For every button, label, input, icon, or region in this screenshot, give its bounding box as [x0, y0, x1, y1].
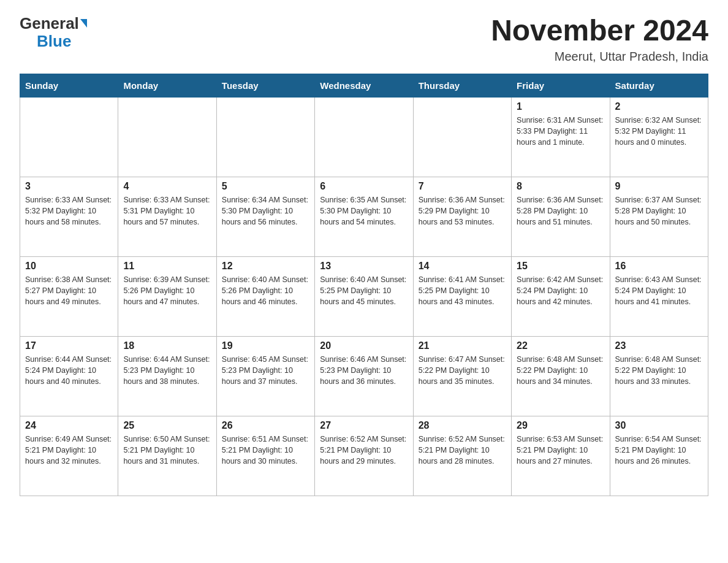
day-info: Sunrise: 6:36 AM Sunset: 5:28 PM Dayligh…: [517, 194, 604, 228]
day-number: 6: [320, 181, 408, 192]
day-number: 14: [419, 261, 506, 272]
calendar-cell: 15Sunrise: 6:42 AM Sunset: 5:24 PM Dayli…: [512, 256, 610, 336]
day-info: Sunrise: 6:43 AM Sunset: 5:24 PM Dayligh…: [615, 274, 703, 307]
calendar-cell: 25Sunrise: 6:50 AM Sunset: 5:21 PM Dayli…: [118, 416, 216, 496]
logo-triangle-icon: [80, 19, 87, 28]
calendar-cell: [216, 97, 314, 177]
calendar-week-row: 17Sunrise: 6:44 AM Sunset: 5:24 PM Dayli…: [20, 336, 708, 416]
calendar-cell: 18Sunrise: 6:44 AM Sunset: 5:23 PM Dayli…: [118, 336, 216, 416]
calendar-cell: 28Sunrise: 6:52 AM Sunset: 5:21 PM Dayli…: [413, 416, 511, 496]
calendar-cell: [315, 97, 413, 177]
day-number: 27: [320, 420, 408, 431]
calendar-cell: 5Sunrise: 6:34 AM Sunset: 5:30 PM Daylig…: [216, 177, 314, 256]
calendar-cell: [413, 97, 511, 177]
logo: General Blue: [20, 15, 87, 50]
day-number: 12: [222, 261, 309, 272]
day-number: 30: [615, 420, 703, 431]
day-info: Sunrise: 6:53 AM Sunset: 5:21 PM Dayligh…: [517, 434, 604, 467]
day-info: Sunrise: 6:44 AM Sunset: 5:24 PM Dayligh…: [25, 354, 113, 387]
calendar-cell: 8Sunrise: 6:36 AM Sunset: 5:28 PM Daylig…: [512, 177, 610, 256]
day-info: Sunrise: 6:35 AM Sunset: 5:30 PM Dayligh…: [320, 194, 408, 228]
calendar-cell: 6Sunrise: 6:35 AM Sunset: 5:30 PM Daylig…: [315, 177, 413, 256]
calendar-cell: 7Sunrise: 6:36 AM Sunset: 5:29 PM Daylig…: [413, 177, 511, 256]
calendar-cell: 17Sunrise: 6:44 AM Sunset: 5:24 PM Dayli…: [20, 336, 118, 416]
day-number: 19: [222, 340, 309, 351]
logo-general-text: General: [20, 14, 87, 33]
day-number: 17: [25, 340, 113, 351]
column-header-tuesday: Tuesday: [216, 74, 314, 97]
column-header-monday: Monday: [118, 74, 216, 97]
location-subtitle: Meerut, Uttar Pradesh, India: [491, 50, 708, 64]
calendar-cell: 1Sunrise: 6:31 AM Sunset: 5:33 PM Daylig…: [512, 97, 610, 177]
column-header-saturday: Saturday: [610, 74, 708, 97]
day-number: 10: [25, 261, 113, 272]
calendar-cell: 27Sunrise: 6:52 AM Sunset: 5:21 PM Dayli…: [315, 416, 413, 496]
calendar-cell: 12Sunrise: 6:40 AM Sunset: 5:26 PM Dayli…: [216, 256, 314, 336]
column-header-sunday: Sunday: [20, 74, 118, 97]
day-info: Sunrise: 6:37 AM Sunset: 5:28 PM Dayligh…: [615, 194, 703, 228]
day-info: Sunrise: 6:40 AM Sunset: 5:25 PM Dayligh…: [320, 274, 408, 307]
column-header-wednesday: Wednesday: [315, 74, 413, 97]
day-info: Sunrise: 6:33 AM Sunset: 5:32 PM Dayligh…: [25, 194, 113, 228]
day-info: Sunrise: 6:42 AM Sunset: 5:24 PM Dayligh…: [517, 274, 604, 307]
day-number: 1: [517, 101, 604, 112]
day-info: Sunrise: 6:44 AM Sunset: 5:23 PM Dayligh…: [123, 354, 211, 387]
calendar-week-row: 24Sunrise: 6:49 AM Sunset: 5:21 PM Dayli…: [20, 416, 708, 496]
calendar-cell: 16Sunrise: 6:43 AM Sunset: 5:24 PM Dayli…: [610, 256, 708, 336]
calendar-week-row: 10Sunrise: 6:38 AM Sunset: 5:27 PM Dayli…: [20, 256, 708, 336]
calendar-cell: 9Sunrise: 6:37 AM Sunset: 5:28 PM Daylig…: [610, 177, 708, 256]
calendar-cell: [20, 97, 118, 177]
calendar-cell: 26Sunrise: 6:51 AM Sunset: 5:21 PM Dayli…: [216, 416, 314, 496]
day-info: Sunrise: 6:48 AM Sunset: 5:22 PM Dayligh…: [615, 354, 703, 387]
day-info: Sunrise: 6:38 AM Sunset: 5:27 PM Dayligh…: [25, 274, 113, 307]
day-number: 22: [517, 340, 604, 351]
calendar-cell: 11Sunrise: 6:39 AM Sunset: 5:26 PM Dayli…: [118, 256, 216, 336]
calendar-cell: 23Sunrise: 6:48 AM Sunset: 5:22 PM Dayli…: [610, 336, 708, 416]
calendar-table: SundayMondayTuesdayWednesdayThursdayFrid…: [20, 74, 708, 496]
day-number: 24: [25, 420, 113, 431]
calendar-week-row: 3Sunrise: 6:33 AM Sunset: 5:32 PM Daylig…: [20, 177, 708, 256]
calendar-week-row: 1Sunrise: 6:31 AM Sunset: 5:33 PM Daylig…: [20, 97, 708, 177]
day-info: Sunrise: 6:33 AM Sunset: 5:31 PM Dayligh…: [123, 194, 211, 228]
calendar-cell: [118, 97, 216, 177]
calendar-cell: 13Sunrise: 6:40 AM Sunset: 5:25 PM Dayli…: [315, 256, 413, 336]
calendar-cell: 21Sunrise: 6:47 AM Sunset: 5:22 PM Dayli…: [413, 336, 511, 416]
column-header-thursday: Thursday: [413, 74, 511, 97]
day-info: Sunrise: 6:31 AM Sunset: 5:33 PM Dayligh…: [517, 115, 604, 148]
day-number: 2: [615, 101, 703, 112]
calendar-cell: 19Sunrise: 6:45 AM Sunset: 5:23 PM Dayli…: [216, 336, 314, 416]
day-info: Sunrise: 6:54 AM Sunset: 5:21 PM Dayligh…: [615, 434, 703, 467]
day-info: Sunrise: 6:52 AM Sunset: 5:21 PM Dayligh…: [419, 434, 506, 467]
day-number: 8: [517, 181, 604, 192]
day-info: Sunrise: 6:39 AM Sunset: 5:26 PM Dayligh…: [123, 274, 211, 307]
calendar-cell: 20Sunrise: 6:46 AM Sunset: 5:23 PM Dayli…: [315, 336, 413, 416]
day-info: Sunrise: 6:36 AM Sunset: 5:29 PM Dayligh…: [419, 194, 506, 228]
day-number: 26: [222, 420, 309, 431]
calendar-cell: 4Sunrise: 6:33 AM Sunset: 5:31 PM Daylig…: [118, 177, 216, 256]
day-info: Sunrise: 6:32 AM Sunset: 5:32 PM Dayligh…: [615, 115, 703, 148]
day-number: 13: [320, 261, 408, 272]
logo-general-line: General: [20, 15, 87, 33]
calendar-cell: 29Sunrise: 6:53 AM Sunset: 5:21 PM Dayli…: [512, 416, 610, 496]
day-number: 11: [123, 261, 211, 272]
day-number: 7: [419, 181, 506, 192]
day-number: 23: [615, 340, 703, 351]
day-info: Sunrise: 6:45 AM Sunset: 5:23 PM Dayligh…: [222, 354, 309, 387]
day-number: 25: [123, 420, 211, 431]
column-header-friday: Friday: [512, 74, 610, 97]
day-info: Sunrise: 6:47 AM Sunset: 5:22 PM Dayligh…: [419, 354, 506, 387]
calendar-cell: 2Sunrise: 6:32 AM Sunset: 5:32 PM Daylig…: [610, 97, 708, 177]
day-info: Sunrise: 6:48 AM Sunset: 5:22 PM Dayligh…: [517, 354, 604, 387]
day-number: 18: [123, 340, 211, 351]
day-number: 4: [123, 181, 211, 192]
day-info: Sunrise: 6:50 AM Sunset: 5:21 PM Dayligh…: [123, 434, 211, 467]
day-number: 5: [222, 181, 309, 192]
page-header: General Blue November 2024 Meerut, Uttar…: [20, 15, 708, 64]
day-number: 29: [517, 420, 604, 431]
day-number: 15: [517, 261, 604, 272]
day-number: 9: [615, 181, 703, 192]
day-info: Sunrise: 6:51 AM Sunset: 5:21 PM Dayligh…: [222, 434, 309, 467]
day-info: Sunrise: 6:46 AM Sunset: 5:23 PM Dayligh…: [320, 354, 408, 387]
calendar-cell: 22Sunrise: 6:48 AM Sunset: 5:22 PM Dayli…: [512, 336, 610, 416]
calendar-cell: 24Sunrise: 6:49 AM Sunset: 5:21 PM Dayli…: [20, 416, 118, 496]
